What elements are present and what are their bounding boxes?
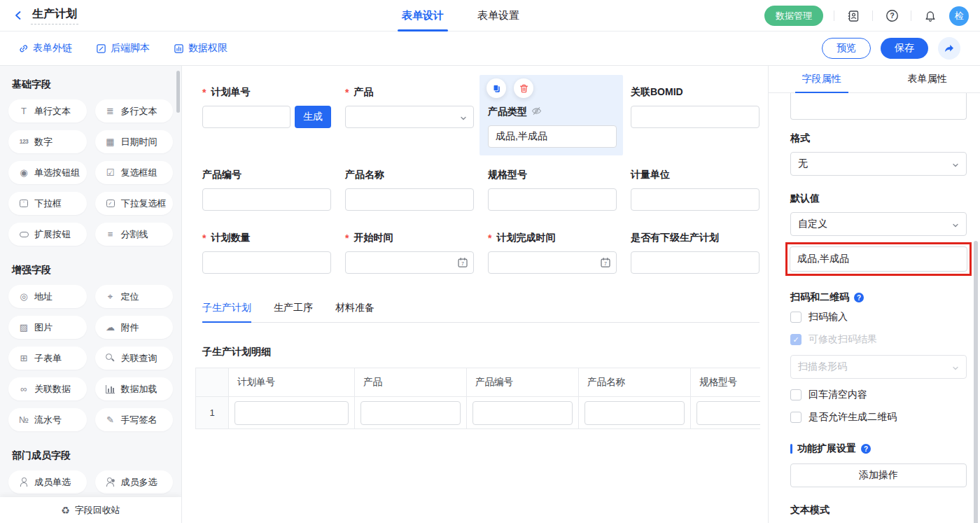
field-unit[interactable]: 计量单位 — [631, 169, 760, 211]
generate-button[interactable]: 生成 — [295, 106, 331, 128]
start-time-input[interactable] — [345, 251, 474, 274]
form-external-link[interactable]: 表单外链 — [18, 42, 72, 55]
checkbox-icon[interactable] — [790, 412, 802, 423]
bell-icon[interactable] — [922, 8, 939, 25]
question-badge-icon[interactable] — [861, 444, 871, 454]
scan-section-title-text: 扫码和二维码 — [790, 291, 849, 304]
field-item-address[interactable]: ◎地址 — [8, 285, 87, 308]
field-item-location[interactable]: ⌖定位 — [95, 285, 174, 308]
plan-finish-time-input[interactable] — [488, 251, 617, 274]
field-label: 计划单号 — [211, 86, 250, 99]
field-product-code[interactable]: 产品编号 — [202, 169, 331, 211]
field-plan-quantity[interactable]: 计划数量 — [202, 232, 331, 274]
field-item-checkbox-group[interactable]: ☑复选框组 — [95, 161, 174, 184]
checkbox-scan-input[interactable]: 扫码输入 — [790, 311, 967, 323]
field-item-label: 流水号 — [34, 414, 62, 426]
field-bom-id[interactable]: 关联BOMID — [631, 87, 760, 148]
tab-material-preparation[interactable]: 材料准备 — [335, 302, 374, 322]
avatar[interactable]: 检 — [949, 6, 969, 26]
field-product-name[interactable]: 产品名称 — [345, 169, 474, 211]
tab-form-design[interactable]: 表单设计 — [398, 0, 448, 32]
field-item-linked-data[interactable]: ∞关联数据 — [8, 377, 87, 400]
field-recycle-bin[interactable]: ♻ 字段回收站 — [0, 497, 181, 523]
delete-field-button[interactable] — [514, 78, 533, 98]
share-button[interactable] — [938, 37, 960, 60]
back-icon[interactable] — [13, 10, 24, 21]
tab-sub-production-plan[interactable]: 子生产计划 — [202, 302, 251, 322]
field-item-multi-text[interactable]: ≣多行文本 — [95, 99, 174, 123]
field-item-extend-button[interactable]: 扩展按钮 — [8, 223, 87, 246]
cell-product-code-input[interactable] — [472, 401, 573, 425]
plan-quantity-input[interactable] — [202, 251, 331, 274]
plan-number-input[interactable] — [202, 106, 290, 128]
question-badge-icon[interactable] — [854, 293, 864, 302]
field-item-subform[interactable]: ⊞子表单 — [8, 347, 87, 370]
field-plan-number[interactable]: 计划单号 生成 — [202, 87, 331, 148]
checkbox-label: 可修改扫码结果 — [808, 333, 877, 346]
checkbox-group-icon: ☑ — [105, 168, 116, 177]
field-item-number[interactable]: 123数字 — [8, 130, 87, 153]
field-item-multi-dropdown[interactable]: ✓下拉复选框 — [95, 192, 174, 215]
cell-product-name-input[interactable] — [584, 401, 685, 425]
product-select[interactable] — [345, 106, 474, 128]
field-item-radio-group[interactable]: ◉单选按钮组 — [8, 161, 87, 184]
copy-field-button[interactable] — [486, 78, 506, 98]
data-permission-link[interactable]: 数据权限 — [174, 42, 227, 55]
cell-plan-number-input[interactable] — [234, 401, 349, 425]
backend-script-link[interactable]: 后端脚本 — [96, 42, 150, 55]
tab-form-settings[interactable]: 表单设置 — [473, 0, 524, 32]
checkbox-allow-qr[interactable]: 是否允许生成二维码 — [790, 411, 967, 424]
unit-input[interactable] — [631, 188, 760, 211]
field-item-image[interactable]: ▨图片 — [8, 316, 87, 339]
tab-label: 生产工序 — [274, 302, 313, 313]
default-mode-select[interactable]: 自定义 — [790, 212, 967, 236]
field-item-divider[interactable]: ≡分割线 — [95, 223, 174, 246]
field-product-type-selected[interactable]: 产品类型 — [488, 87, 617, 148]
save-button[interactable]: 保存 — [881, 38, 928, 59]
tab-field-properties[interactable]: 字段属性 — [769, 66, 874, 92]
sidebar-scrollbar[interactable] — [176, 71, 180, 113]
field-item-dropdown[interactable]: ˇ下拉框 — [8, 192, 87, 215]
tab-form-properties[interactable]: 表单属性 — [874, 66, 980, 92]
divider — [911, 11, 911, 21]
field-title-input-partial[interactable] — [790, 93, 967, 120]
field-plan-finish-time[interactable]: 计划完成时间 7 — [488, 232, 617, 274]
field-item-member-multi[interactable]: 成员多选 — [95, 470, 174, 494]
cell-product-input[interactable] — [360, 401, 461, 425]
field-item-member-single[interactable]: 成员单选 — [8, 470, 87, 494]
field-item-serial-number[interactable]: №流水号 — [8, 408, 87, 431]
checkbox-clear-on-enter[interactable]: 回车清空内容 — [790, 389, 967, 401]
field-start-time[interactable]: 开始时间 7 — [345, 232, 474, 274]
field-item-label: 复选框组 — [121, 167, 158, 179]
format-label: 格式 — [790, 132, 967, 145]
default-value-input[interactable] — [790, 246, 967, 272]
preview-button[interactable]: 预览 — [822, 38, 871, 59]
field-item-single-text[interactable]: T单行文本 — [8, 99, 87, 123]
field-product[interactable]: 产品 — [345, 87, 474, 148]
field-item-data-load[interactable]: 数据加载 — [95, 377, 174, 400]
field-item-signature[interactable]: ✎手写签名 — [95, 408, 174, 431]
product-name-input[interactable] — [345, 188, 474, 211]
address-book-icon[interactable] — [845, 8, 862, 25]
spec-model-input[interactable] — [488, 188, 617, 211]
add-action-button[interactable]: 添加操作 — [790, 463, 967, 487]
format-select[interactable]: 无 — [790, 152, 967, 176]
page-title[interactable]: 生产计划 — [31, 7, 78, 25]
field-item-lookup[interactable]: 关联查询 — [95, 347, 174, 370]
cell-spec-model-input[interactable] — [696, 401, 760, 425]
field-spec-model[interactable]: 规格型号 — [488, 169, 617, 211]
panel-scrollbar[interactable] — [974, 241, 978, 523]
help-icon[interactable]: ? — [883, 8, 900, 25]
product-code-input[interactable] — [202, 188, 331, 211]
tab-production-process[interactable]: 生产工序 — [274, 302, 313, 322]
scan-section-title: 扫码和二维码 — [790, 291, 967, 304]
bom-id-input[interactable] — [631, 106, 760, 128]
field-item-attachment[interactable]: ☁附件 — [95, 316, 174, 339]
field-item-datetime[interactable]: ▦日期时间 — [95, 130, 174, 153]
field-has-sub-plan[interactable]: 是否有下级生产计划 — [631, 232, 760, 274]
product-type-input[interactable] — [488, 125, 617, 148]
data-manage-button[interactable]: 数据管理 — [764, 6, 823, 26]
checkbox-icon[interactable] — [790, 312, 802, 323]
checkbox-icon[interactable] — [790, 389, 802, 400]
has-sub-plan-input[interactable] — [631, 251, 760, 274]
